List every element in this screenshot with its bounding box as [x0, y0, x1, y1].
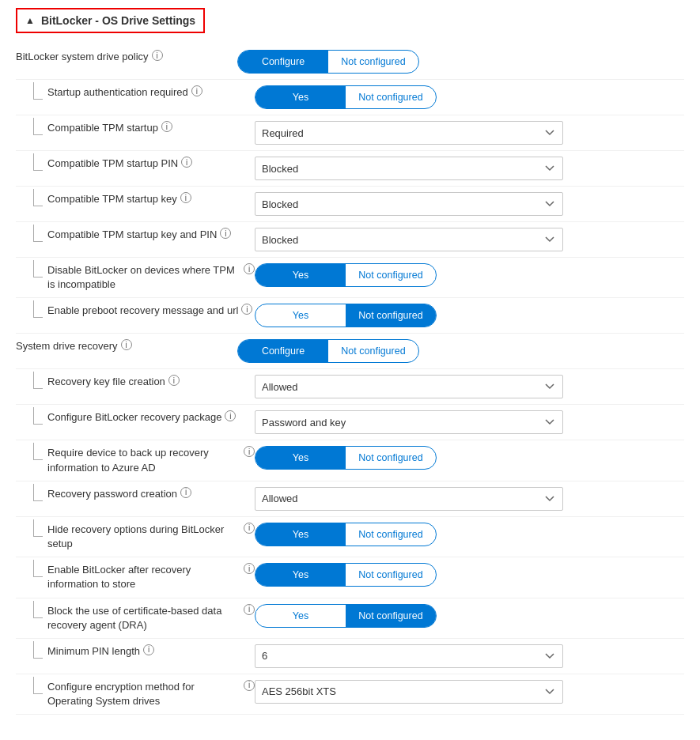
dropdown-compatible-tpm-startup-key-and-pin[interactable]: RequiredAllowedBlockedNot configured: [255, 228, 563, 251]
control-col: YesNot configured: [255, 563, 684, 587]
label-col: Recovery password creationi: [33, 487, 255, 501]
info-icon[interactable]: i: [244, 680, 255, 691]
tree-line-icon: [33, 153, 43, 171]
dropdown-configure-bitlocker-recovery-package[interactable]: Password and keyPassword onlyNot configu…: [255, 410, 563, 434]
label-col: Disable BitLocker on devices where TPM i…: [33, 263, 255, 292]
setting-row: Disable BitLocker on devices where TPM i…: [16, 258, 684, 298]
toggle-btn-not-configured[interactable]: Not configured: [346, 86, 436, 108]
setting-label-text: BitLocker system drive policy: [16, 50, 149, 64]
tree-line-icon: [33, 677, 43, 694]
tree-line-icon: [33, 519, 43, 537]
toggle-btn-yes[interactable]: Yes: [255, 86, 346, 108]
dropdown-minimum-pin-length[interactable]: 4567891011121314151617181920: [255, 644, 563, 668]
setting-row: Compatible TPM startup PINiRequiredAllow…: [16, 151, 684, 187]
toggle-btn-yes[interactable]: Yes: [255, 523, 346, 546]
toggle-btn-configure[interactable]: Configure: [238, 51, 328, 73]
toggle-btn-not-configured[interactable]: Not configured: [328, 51, 418, 73]
setting-row: Configure encryption method for Operatin…: [16, 674, 684, 715]
toggle-btn-yes[interactable]: Yes: [255, 605, 346, 627]
setting-label-text: Compatible TPM startup key: [47, 192, 177, 206]
info-icon[interactable]: i: [181, 157, 192, 168]
toggle-group: YesNot configured: [255, 85, 437, 109]
toggle-btn-not-configured[interactable]: Not configured: [346, 605, 436, 627]
control-col: YesNot configured: [255, 523, 684, 546]
info-icon[interactable]: i: [180, 487, 191, 498]
setting-label-text: Block the use of certificate-based data …: [47, 604, 240, 632]
toggle-btn-yes[interactable]: Yes: [255, 564, 346, 586]
label-col: Startup authentication requiredi: [33, 85, 255, 100]
dropdown-compatible-tpm-startup-key[interactable]: RequiredAllowedBlockedNot configured: [255, 192, 563, 216]
info-icon[interactable]: i: [244, 604, 255, 615]
info-icon[interactable]: i: [152, 50, 163, 61]
info-icon[interactable]: i: [191, 85, 202, 96]
toggle-btn-yes[interactable]: Yes: [255, 264, 346, 286]
tree-line-icon: [33, 641, 43, 659]
info-icon[interactable]: i: [241, 304, 252, 315]
info-icon[interactable]: i: [168, 375, 180, 386]
setting-row: Enable BitLocker after recovery informat…: [16, 557, 684, 598]
label-col: Enable preboot recovery message and urli: [33, 304, 255, 318]
control-col: ConfigureNot configured: [237, 339, 684, 363]
tree-line-icon: [33, 225, 43, 242]
control-col: AllowedRequiredBlockedNot configured: [255, 375, 684, 398]
control-col: RequiredAllowedBlockedNot configured: [255, 228, 684, 251]
label-col: BitLocker system drive policyi: [16, 50, 237, 64]
toggle-btn-not-configured[interactable]: Not configured: [346, 264, 436, 286]
dropdown-compatible-tpm-startup[interactable]: RequiredAllowedBlockedNot configured: [255, 121, 563, 145]
setting-label-text: Minimum PIN length: [47, 644, 140, 659]
control-col: YesNot configured: [255, 604, 684, 628]
control-col: Password and keyPassword onlyNot configu…: [255, 410, 684, 434]
dropdown-compatible-tpm-startup-pin[interactable]: RequiredAllowedBlockedNot configured: [255, 157, 563, 180]
info-icon[interactable]: i: [161, 121, 172, 132]
info-icon[interactable]: i: [225, 410, 236, 421]
control-col: 4567891011121314151617181920: [255, 644, 684, 668]
setting-label-text: Disable BitLocker on devices where TPM i…: [47, 263, 240, 292]
setting-label-text: Recovery key file creation: [47, 375, 165, 389]
toggle-btn-yes[interactable]: Yes: [255, 447, 346, 469]
settings-table: BitLocker system drive policyiConfigureN…: [16, 44, 684, 715]
toggle-btn-configure[interactable]: Configure: [238, 340, 328, 362]
setting-row: Hide recovery options during BitLocker s…: [16, 517, 684, 557]
setting-row: Compatible TPM startupiRequiredAllowedBl…: [16, 115, 684, 151]
tree-line-icon: [33, 82, 43, 100]
info-icon[interactable]: i: [143, 644, 154, 655]
toggle-btn-not-configured[interactable]: Not configured: [346, 564, 436, 586]
toggle-btn-yes[interactable]: Yes: [255, 304, 346, 327]
label-col: Compatible TPM startup keyi: [33, 192, 255, 206]
toggle-btn-not-configured[interactable]: Not configured: [346, 304, 436, 327]
setting-label-text: Compatible TPM startup: [47, 121, 158, 135]
info-icon[interactable]: i: [244, 446, 255, 457]
dropdown-recovery-password-creation[interactable]: AllowedRequiredBlockedNot configured: [255, 487, 563, 511]
toggle-group: YesNot configured: [255, 263, 437, 287]
label-col: Compatible TPM startup PINi: [33, 157, 255, 171]
tree-line-icon: [33, 118, 43, 135]
info-icon[interactable]: i: [244, 563, 255, 574]
setting-label-text: Require device to back up recovery infor…: [47, 446, 240, 474]
label-col: Minimum PIN lengthi: [33, 644, 255, 659]
setting-label-text: Recovery password creation: [47, 487, 177, 501]
setting-label-text: System drive recovery: [16, 339, 118, 353]
toggle-btn-not-configured[interactable]: Not configured: [346, 447, 436, 469]
info-icon[interactable]: i: [244, 523, 255, 534]
setting-label-text: Compatible TPM startup PIN: [47, 157, 178, 171]
info-icon[interactable]: i: [220, 228, 231, 239]
setting-row: Minimum PIN lengthi456789101112131415161…: [16, 639, 684, 674]
setting-label-text: Hide recovery options during BitLocker s…: [47, 523, 240, 551]
toggle-group: YesNot configured: [255, 604, 437, 628]
control-col: ConfigureNot configured: [237, 50, 684, 74]
info-icon[interactable]: i: [180, 192, 191, 203]
info-icon[interactable]: i: [244, 263, 255, 274]
toggle-btn-not-configured[interactable]: Not configured: [346, 523, 436, 546]
toggle-btn-not-configured[interactable]: Not configured: [328, 340, 418, 362]
dropdown-recovery-key-file-creation[interactable]: AllowedRequiredBlockedNot configured: [255, 375, 563, 398]
setting-label-text: Enable BitLocker after recovery informat…: [47, 563, 240, 591]
info-icon[interactable]: i: [121, 339, 132, 350]
label-col: Configure BitLocker recovery packagei: [33, 410, 255, 425]
section-header[interactable]: ▲ BitLocker - OS Drive Settings: [16, 8, 205, 33]
label-col: Enable BitLocker after recovery informat…: [33, 563, 255, 591]
control-col: RequiredAllowedBlockedNot configured: [255, 157, 684, 180]
section-title: BitLocker - OS Drive Settings: [41, 14, 195, 27]
control-col: AES 128bit CBCAES 256bit CBCAES 128bit X…: [255, 680, 684, 704]
label-col: Compatible TPM startupi: [33, 121, 255, 135]
dropdown-configure-encryption-method-os[interactable]: AES 128bit CBCAES 256bit CBCAES 128bit X…: [255, 680, 563, 704]
